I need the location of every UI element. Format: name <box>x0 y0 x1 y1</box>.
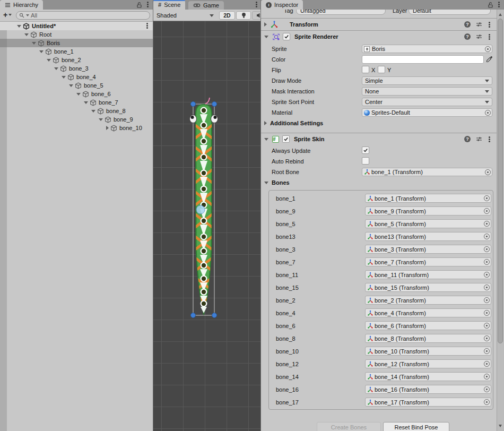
sprite-renderer-component-header[interactable]: Sprite Renderer ? <box>261 30 497 42</box>
bone-object-field[interactable]: bone_6 (Transform) <box>365 321 491 330</box>
object-picker-icon[interactable] <box>484 310 490 316</box>
kebab-menu-icon[interactable] <box>498 2 500 8</box>
object-picker-icon[interactable] <box>484 374 490 380</box>
object-picker-icon[interactable] <box>484 361 490 367</box>
object-picker-icon[interactable] <box>484 246 490 252</box>
object-picker-icon[interactable] <box>484 234 490 239</box>
mask-interaction-dropdown[interactable]: None <box>362 87 492 96</box>
presets-icon[interactable] <box>476 21 482 29</box>
bone-object-field[interactable]: bone_3 (Transform) <box>365 245 491 254</box>
kebab-menu-icon[interactable] <box>146 23 148 29</box>
auto-rebind-checkbox[interactable] <box>362 157 369 165</box>
draw-mode-dropdown[interactable]: Simple <box>362 76 492 85</box>
sprite-object-field[interactable]: Boris <box>362 45 492 53</box>
tab-inspector[interactable]: i Inspector <box>261 0 303 10</box>
tab-scene[interactable]: Scene <box>153 0 185 10</box>
bone-object-field[interactable]: bone13 (Transform) <box>365 232 491 241</box>
collapse-arrow-icon[interactable] <box>39 50 44 53</box>
scroll-down-arrow-icon[interactable] <box>499 425 502 427</box>
sprite-sort-point-dropdown[interactable]: Center <box>362 98 492 106</box>
object-picker-icon[interactable] <box>484 221 490 227</box>
bone-object-field[interactable]: bone_4 (Transform) <box>365 308 491 317</box>
presets-icon[interactable] <box>476 136 482 143</box>
collapse-arrow-icon[interactable] <box>91 110 95 113</box>
hierarchy-item-bone-1[interactable]: bone_1 <box>0 47 153 56</box>
scene-lighting-button[interactable] <box>236 11 251 20</box>
kebab-menu-icon[interactable] <box>489 22 490 28</box>
bone-object-field[interactable]: bone_15 (Transform) <box>365 283 491 292</box>
kebab-menu-icon[interactable] <box>489 34 490 40</box>
collapse-arrow-icon[interactable] <box>47 59 51 62</box>
sprite-skin-component-header[interactable]: Sprite Skin ? <box>261 133 497 145</box>
help-icon[interactable]: ? <box>464 21 471 28</box>
presets-icon[interactable] <box>476 33 482 41</box>
object-picker-icon[interactable] <box>484 335 490 341</box>
bone-object-field[interactable]: bone_11 (Transform) <box>365 270 491 279</box>
collapse-arrow-icon[interactable] <box>76 93 81 96</box>
material-object-field[interactable]: Sprites-Default <box>362 108 492 117</box>
bone-object-field[interactable]: bone_12 (Transform) <box>365 359 491 368</box>
shading-mode-dropdown[interactable]: Shaded <box>157 11 216 20</box>
object-picker-icon[interactable] <box>484 297 490 303</box>
kebab-menu-icon[interactable] <box>256 2 257 8</box>
hierarchy-item-bone-9[interactable]: bone_9 <box>0 115 153 124</box>
help-icon[interactable]: ? <box>464 33 471 40</box>
bones-foldout[interactable]: Bones <box>264 179 290 186</box>
add-object-button[interactable]: + <box>3 11 12 19</box>
bone-object-field[interactable]: bone_10 (Transform) <box>365 347 491 356</box>
hierarchy-item-bone-8[interactable]: bone_8 <box>0 107 153 115</box>
2d-toggle-button[interactable]: 2D <box>219 11 235 20</box>
flip-y-checkbox[interactable] <box>378 66 385 73</box>
scene-viewport[interactable] <box>153 21 260 431</box>
bone-object-field[interactable]: bone_7 (Transform) <box>365 257 491 266</box>
bone-object-field[interactable]: bone_8 (Transform) <box>365 334 491 343</box>
object-picker-icon[interactable] <box>484 208 490 214</box>
bone-object-field[interactable]: bone_2 (Transform) <box>365 296 491 305</box>
color-swatch[interactable] <box>362 55 484 64</box>
object-picker-icon[interactable] <box>484 285 490 290</box>
collapse-arrow-icon[interactable] <box>264 138 268 141</box>
collapse-arrow-icon[interactable] <box>24 33 29 36</box>
bone-object-field[interactable]: bone_9 (Transform) <box>365 206 491 216</box>
lock-icon[interactable] <box>488 2 493 8</box>
inspector-scrollbar[interactable] <box>497 10 504 431</box>
kebab-menu-icon[interactable] <box>489 136 490 143</box>
sprite-renderer-enabled-checkbox[interactable] <box>283 33 290 40</box>
hierarchy-item-untitled[interactable]: Untitled* <box>0 22 153 30</box>
always-update-checkbox[interactable] <box>362 146 369 154</box>
hierarchy-item-bone-10[interactable]: bone_10 <box>0 124 153 132</box>
collapse-arrow-icon[interactable] <box>84 101 88 104</box>
object-picker-icon[interactable] <box>485 46 491 52</box>
object-picker-icon[interactable] <box>484 348 490 354</box>
help-icon[interactable]: ? <box>464 136 471 142</box>
bone-object-field[interactable]: bone_14 (Transform) <box>365 372 491 381</box>
hierarchy-item-bone-3[interactable]: bone_3 <box>0 64 153 73</box>
collapse-arrow-icon[interactable] <box>32 42 36 45</box>
kebab-menu-icon[interactable] <box>147 2 149 8</box>
flip-x-checkbox[interactable] <box>362 66 369 73</box>
object-picker-icon[interactable] <box>485 169 491 175</box>
object-picker-icon[interactable] <box>484 399 490 405</box>
bone-object-field[interactable]: bone_1 (Transform) <box>365 194 491 203</box>
search-input[interactable]: All <box>16 11 150 20</box>
tab-hierarchy[interactable]: Hierarchy <box>0 0 43 10</box>
hierarchy-item-root[interactable]: Root <box>0 30 153 39</box>
tag-dropdown[interactable]: Untagged <box>296 10 386 15</box>
object-picker-icon[interactable] <box>484 259 490 265</box>
collapse-arrow-icon[interactable] <box>62 76 66 79</box>
object-picker-icon[interactable] <box>484 386 490 392</box>
collapse-arrow-icon[interactable] <box>54 67 58 70</box>
scroll-up-arrow-icon[interactable] <box>499 13 502 16</box>
collapse-arrow-icon[interactable] <box>99 118 103 121</box>
collapse-arrow-icon[interactable] <box>69 84 73 87</box>
expand-arrow-icon[interactable] <box>264 22 267 27</box>
object-picker-icon[interactable] <box>485 110 491 116</box>
layer-dropdown[interactable]: Default <box>409 10 491 15</box>
object-picker-icon[interactable] <box>484 195 490 201</box>
bone-object-field[interactable]: bone_16 (Transform) <box>365 385 491 394</box>
hierarchy-item-bone-5[interactable]: bone_5 <box>0 81 153 90</box>
reset-bind-pose-button[interactable]: Reset Bind Pose <box>383 422 449 431</box>
additional-settings-foldout[interactable]: Additional Settings <box>264 120 323 126</box>
tab-game[interactable]: Game <box>188 1 224 10</box>
expand-arrow-icon[interactable] <box>106 126 109 130</box>
